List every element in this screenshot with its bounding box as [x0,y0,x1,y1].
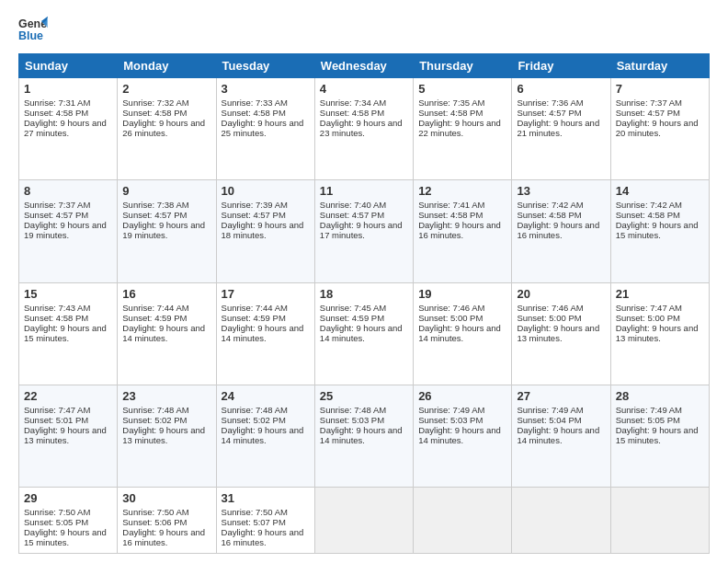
sunrise-text: Sunrise: 7:36 AM [517,98,583,108]
calendar-cell: 16Sunrise: 7:44 AMSunset: 4:59 PMDayligh… [118,282,216,385]
calendar-cell [414,488,512,554]
daylight-text: Daylight: 9 hours and 13 minutes. [517,323,599,343]
sunset-text: Sunset: 5:02 PM [122,415,187,425]
calendar-cell [512,488,610,554]
logo: General Blue [18,15,51,44]
day-number: 27 [517,389,605,403]
sunrise-text: Sunrise: 7:46 AM [517,303,583,313]
sunrise-text: Sunrise: 7:39 AM [222,200,288,210]
sunrise-text: Sunrise: 7:42 AM [616,200,682,210]
calendar-cell: 12Sunrise: 7:41 AMSunset: 4:58 PMDayligh… [414,180,512,282]
sunset-text: Sunset: 4:57 PM [24,210,88,220]
sunset-text: Sunset: 5:05 PM [24,517,88,527]
daylight-text: Daylight: 9 hours and 16 minutes. [122,527,205,547]
calendar-cell: 15Sunrise: 7:43 AMSunset: 4:58 PMDayligh… [19,282,118,385]
day-number: 20 [517,287,605,301]
calendar-cell: 18Sunrise: 7:45 AMSunset: 4:59 PMDayligh… [314,282,413,385]
sunrise-text: Sunrise: 7:47 AM [24,405,90,415]
day-number: 13 [517,184,605,198]
day-number: 28 [616,389,704,403]
calendar-cell: 31Sunrise: 7:50 AMSunset: 5:07 PMDayligh… [216,488,314,554]
day-number: 11 [320,184,408,198]
sunrise-text: Sunrise: 7:32 AM [122,98,188,108]
calendar-cell: 3Sunrise: 7:33 AMSunset: 4:58 PMDaylight… [216,78,314,180]
page-header: General Blue [18,15,710,44]
sunset-text: Sunset: 4:59 PM [222,313,286,323]
sunset-text: Sunset: 4:58 PM [517,210,581,220]
daylight-text: Daylight: 9 hours and 15 minutes. [24,527,107,547]
calendar-week-4: 22Sunrise: 7:47 AMSunset: 5:01 PMDayligh… [19,385,710,487]
sunrise-text: Sunrise: 7:45 AM [320,303,386,313]
sunrise-text: Sunrise: 7:49 AM [517,405,583,415]
sunset-text: Sunset: 4:59 PM [122,313,187,323]
sunrise-text: Sunrise: 7:41 AM [418,200,484,210]
calendar-cell [610,488,709,554]
daylight-text: Daylight: 9 hours and 21 minutes. [517,118,599,138]
daylight-text: Daylight: 9 hours and 15 minutes. [24,323,107,343]
sunrise-text: Sunrise: 7:47 AM [616,303,682,313]
sunset-text: Sunset: 5:01 PM [24,415,88,425]
sunset-text: Sunset: 4:57 PM [616,108,680,118]
sunset-text: Sunset: 4:59 PM [320,313,384,323]
sunrise-text: Sunrise: 7:40 AM [320,200,386,210]
daylight-text: Daylight: 9 hours and 14 minutes. [122,323,205,343]
daylight-text: Daylight: 9 hours and 13 minutes. [24,425,107,445]
calendar-cell: 24Sunrise: 7:48 AMSunset: 5:02 PMDayligh… [216,385,314,487]
calendar-cell: 8Sunrise: 7:37 AMSunset: 4:57 PMDaylight… [19,180,118,282]
calendar-week-3: 15Sunrise: 7:43 AMSunset: 4:58 PMDayligh… [19,282,710,385]
calendar-cell: 19Sunrise: 7:46 AMSunset: 5:00 PMDayligh… [414,282,512,385]
sunset-text: Sunset: 4:57 PM [517,108,581,118]
daylight-text: Daylight: 9 hours and 14 minutes. [222,323,304,343]
day-number: 4 [320,82,408,96]
day-number: 18 [320,287,408,301]
calendar-cell: 1Sunrise: 7:31 AMSunset: 4:58 PMDaylight… [19,78,118,180]
day-number: 12 [418,184,506,198]
daylight-text: Daylight: 9 hours and 16 minutes. [517,220,599,240]
sunrise-text: Sunrise: 7:48 AM [320,405,386,415]
daylight-text: Daylight: 9 hours and 14 minutes. [320,323,403,343]
daylight-text: Daylight: 9 hours and 16 minutes. [222,527,304,547]
daylight-text: Daylight: 9 hours and 15 minutes. [616,425,699,445]
sunrise-text: Sunrise: 7:48 AM [122,405,188,415]
sunrise-text: Sunrise: 7:43 AM [24,303,90,313]
sunset-text: Sunset: 4:57 PM [122,210,187,220]
calendar-cell: 14Sunrise: 7:42 AMSunset: 4:58 PMDayligh… [610,180,709,282]
sunrise-text: Sunrise: 7:50 AM [24,507,90,517]
daylight-text: Daylight: 9 hours and 25 minutes. [222,118,304,138]
sunset-text: Sunset: 5:07 PM [222,517,286,527]
sunrise-text: Sunrise: 7:33 AM [222,98,288,108]
logo-icon: General Blue [18,15,48,44]
calendar-cell: 23Sunrise: 7:48 AMSunset: 5:02 PMDayligh… [118,385,216,487]
sunset-text: Sunset: 4:57 PM [222,210,286,220]
sunset-text: Sunset: 4:58 PM [418,210,483,220]
day-header-wednesday: Wednesday [314,54,413,78]
day-number: 15 [24,287,112,301]
sunset-text: Sunset: 5:03 PM [320,415,384,425]
day-number: 29 [24,491,112,505]
day-number: 19 [418,287,506,301]
sunset-text: Sunset: 5:05 PM [616,415,680,425]
sunset-text: Sunset: 5:00 PM [418,313,483,323]
daylight-text: Daylight: 9 hours and 14 minutes. [222,425,304,445]
calendar-cell: 9Sunrise: 7:38 AMSunset: 4:57 PMDaylight… [118,180,216,282]
day-number: 1 [24,82,112,96]
sunrise-text: Sunrise: 7:44 AM [222,303,288,313]
daylight-text: Daylight: 9 hours and 27 minutes. [24,118,107,138]
calendar-cell: 5Sunrise: 7:35 AMSunset: 4:58 PMDaylight… [414,78,512,180]
daylight-text: Daylight: 9 hours and 14 minutes. [418,425,501,445]
day-number: 31 [222,491,310,505]
day-number: 3 [222,82,310,96]
calendar-cell: 27Sunrise: 7:49 AMSunset: 5:04 PMDayligh… [512,385,610,487]
sunrise-text: Sunrise: 7:34 AM [320,98,386,108]
sunset-text: Sunset: 4:57 PM [320,210,384,220]
sunset-text: Sunset: 5:02 PM [222,415,286,425]
daylight-text: Daylight: 9 hours and 19 minutes. [24,220,107,240]
day-number: 23 [122,389,210,403]
calendar-table: SundayMondayTuesdayWednesdayThursdayFrid… [18,53,710,554]
daylight-text: Daylight: 9 hours and 14 minutes. [517,425,599,445]
day-header-thursday: Thursday [414,54,512,78]
sunrise-text: Sunrise: 7:37 AM [24,200,90,210]
day-number: 17 [222,287,310,301]
day-number: 30 [122,491,210,505]
calendar-cell: 13Sunrise: 7:42 AMSunset: 4:58 PMDayligh… [512,180,610,282]
